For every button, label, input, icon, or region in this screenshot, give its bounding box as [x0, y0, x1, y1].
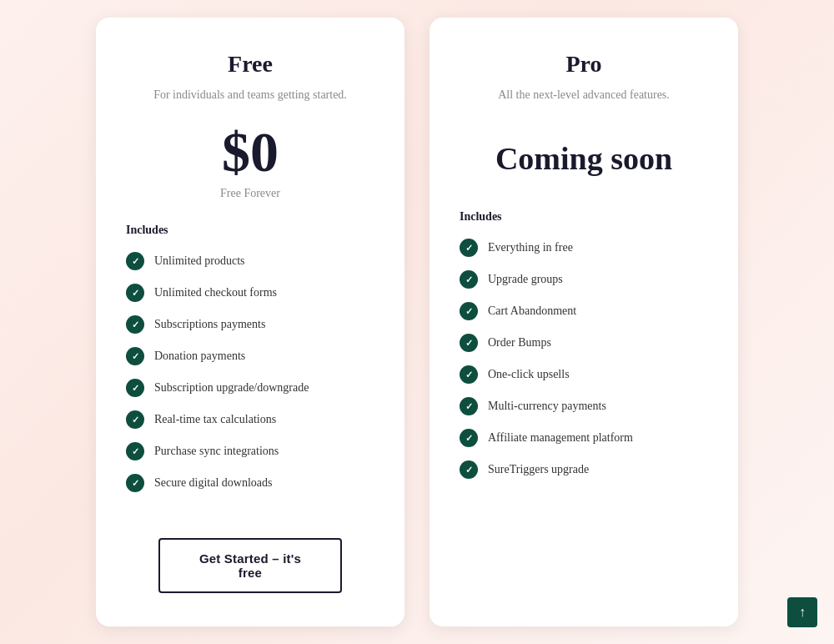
- coming-soon-label: Coming soon: [460, 140, 708, 177]
- free-price-amount: $0: [222, 120, 279, 184]
- check-icon: [460, 239, 478, 257]
- list-item: SureTriggers upgrade: [460, 460, 708, 479]
- pro-features-list: Everything in free Upgrade groups Cart A…: [460, 239, 708, 593]
- feature-text: Real-time tax calculations: [154, 413, 276, 426]
- feature-text: One-click upsells: [488, 368, 570, 381]
- feature-text: Everything in free: [488, 241, 573, 254]
- check-icon: [126, 252, 144, 270]
- pro-card: Pro All the next-level advanced features…: [430, 18, 738, 626]
- free-features-list: Unlimited products Unlimited checkout fo…: [126, 252, 374, 511]
- check-icon: [126, 474, 144, 492]
- scroll-to-top-button[interactable]: ↑: [787, 597, 817, 627]
- list-item: One-click upsells: [460, 365, 708, 384]
- feature-text: Purchase sync integrations: [154, 445, 279, 458]
- chevron-up-icon: ↑: [799, 605, 806, 620]
- list-item: Purchase sync integrations: [126, 442, 374, 460]
- feature-text: Unlimited products: [154, 254, 245, 268]
- check-icon: [126, 410, 144, 429]
- pricing-container: Free For individuals and teams getting s…: [79, 1, 755, 643]
- list-item: Affiliate management platform: [460, 429, 708, 447]
- check-icon: [126, 347, 144, 365]
- check-icon: [460, 365, 478, 384]
- list-item: Donation payments: [126, 347, 374, 365]
- free-includes-label: Includes: [126, 224, 374, 237]
- list-item: Order Bumps: [460, 334, 708, 352]
- list-item: Cart Abandonment: [460, 302, 708, 320]
- list-item: Real-time tax calculations: [126, 410, 374, 429]
- check-icon: [460, 302, 478, 320]
- list-item: Secure digital downloads: [126, 474, 374, 492]
- list-item: Subscription upgrade/downgrade: [126, 379, 374, 397]
- list-item: Unlimited checkout forms: [126, 284, 374, 302]
- get-started-button[interactable]: Get Started – it's free: [158, 538, 342, 593]
- feature-text: Subscriptions payments: [154, 318, 265, 331]
- cta-section: Get Started – it's free: [126, 538, 374, 593]
- check-icon: [460, 334, 478, 352]
- check-icon: [126, 284, 144, 302]
- free-price-label: Free Forever: [126, 187, 374, 200]
- feature-text: Upgrade groups: [488, 273, 563, 286]
- free-price-block: $0: [126, 123, 374, 180]
- list-item: Multi-currency payments: [460, 397, 708, 415]
- list-item: Everything in free: [460, 239, 708, 257]
- check-icon: [460, 270, 478, 289]
- feature-text: Order Bumps: [488, 336, 551, 350]
- feature-text: Affiliate management platform: [488, 431, 633, 445]
- list-item: Upgrade groups: [460, 270, 708, 289]
- free-card-title: Free: [126, 51, 374, 78]
- check-icon: [460, 397, 478, 415]
- feature-text: SureTriggers upgrade: [488, 463, 589, 476]
- pro-card-title: Pro: [460, 51, 708, 78]
- check-icon: [460, 460, 478, 479]
- check-icon: [126, 442, 144, 460]
- feature-text: Secure digital downloads: [154, 476, 273, 490]
- list-item: Unlimited products: [126, 252, 374, 270]
- feature-text: Subscription upgrade/downgrade: [154, 381, 309, 395]
- list-item: Subscriptions payments: [126, 315, 374, 334]
- check-icon: [126, 315, 144, 334]
- check-icon: [460, 429, 478, 447]
- free-card: Free For individuals and teams getting s…: [96, 18, 404, 626]
- feature-text: Donation payments: [154, 350, 245, 363]
- check-icon: [126, 379, 144, 397]
- feature-text: Unlimited checkout forms: [154, 286, 277, 299]
- feature-text: Multi-currency payments: [488, 400, 606, 413]
- pro-includes-label: Includes: [460, 210, 708, 224]
- feature-text: Cart Abandonment: [488, 304, 576, 318]
- pro-card-subtitle: All the next-level advanced features.: [460, 86, 708, 103]
- free-card-subtitle: For individuals and teams getting starte…: [126, 86, 374, 103]
